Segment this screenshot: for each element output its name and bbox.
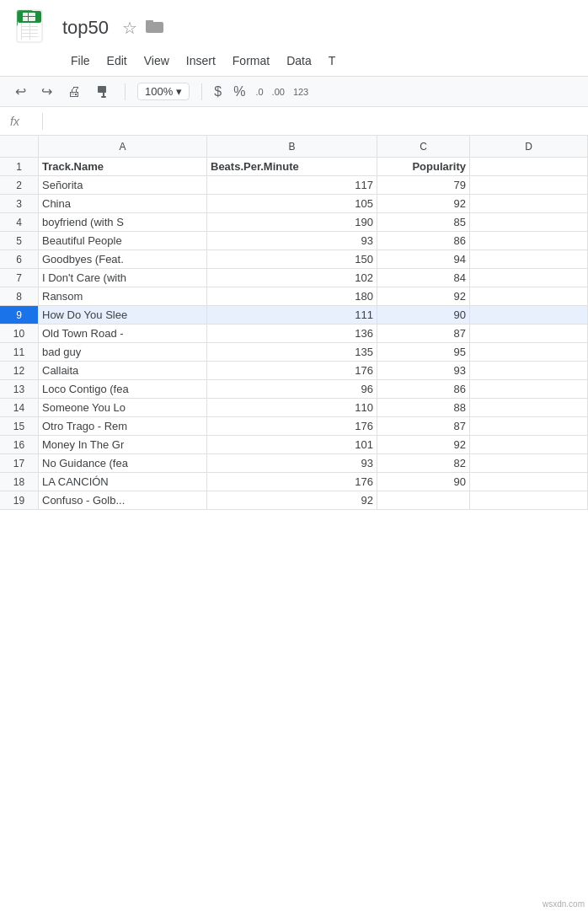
table-row[interactable]: 4 boyfriend (with S 190 85 xyxy=(0,213,588,232)
cell-bpm[interactable]: 176 xyxy=(207,417,377,435)
paint-format-button[interactable] xyxy=(91,81,116,103)
cell-extra[interactable] xyxy=(470,325,588,342)
cell-extra[interactable] xyxy=(470,287,588,305)
cell-popularity[interactable]: Popularity xyxy=(377,158,470,175)
cell-bpm[interactable]: Beats.Per.Minute xyxy=(207,158,377,175)
col-header-d[interactable]: D xyxy=(470,136,588,157)
cell-track-name[interactable]: Otro Trago - Rem xyxy=(39,417,207,435)
cell-track-name[interactable]: China xyxy=(39,195,207,212)
table-row[interactable]: 5 Beautiful People 93 86 xyxy=(0,232,588,250)
cell-popularity[interactable]: 92 xyxy=(377,195,470,212)
table-row[interactable]: 19 Confuso - Golb... 92 xyxy=(0,491,588,510)
cell-extra[interactable] xyxy=(470,232,588,249)
cell-extra[interactable] xyxy=(470,306,588,324)
cell-bpm[interactable]: 102 xyxy=(207,269,377,287)
folder-icon[interactable] xyxy=(146,19,164,38)
table-row[interactable]: 14 Someone You Lo 110 88 xyxy=(0,399,588,417)
cell-bpm[interactable]: 101 xyxy=(207,436,377,453)
cell-track-name[interactable]: Ransom xyxy=(39,287,207,305)
cell-popularity[interactable]: 95 xyxy=(377,343,470,361)
table-row[interactable]: 12 Callaita 176 93 xyxy=(0,362,588,380)
table-row[interactable]: 13 Loco Contigo (fea 96 86 xyxy=(0,380,588,399)
cell-extra[interactable] xyxy=(470,454,588,472)
menu-view[interactable]: View xyxy=(137,51,176,71)
cell-popularity[interactable]: 88 xyxy=(377,399,470,416)
menu-edit[interactable]: Edit xyxy=(100,51,134,71)
cell-bpm[interactable]: 105 xyxy=(207,195,377,212)
cell-extra[interactable] xyxy=(470,380,588,398)
menu-more[interactable]: T xyxy=(322,51,343,71)
cell-bpm[interactable]: 136 xyxy=(207,325,377,342)
cell-extra[interactable] xyxy=(470,491,588,509)
cell-track-name[interactable]: Loco Contigo (fea xyxy=(39,380,207,398)
decimal123-button[interactable]: 123 xyxy=(291,84,310,99)
cell-popularity[interactable]: 82 xyxy=(377,454,470,472)
cell-extra[interactable] xyxy=(470,343,588,361)
cell-extra[interactable] xyxy=(470,176,588,194)
cell-extra[interactable] xyxy=(470,269,588,287)
cell-track-name[interactable]: How Do You Slee xyxy=(39,306,207,324)
cell-bpm[interactable]: 110 xyxy=(207,399,377,416)
cell-popularity[interactable]: 90 xyxy=(377,306,470,324)
decimal00-button[interactable]: .00 xyxy=(270,84,286,99)
cell-bpm[interactable]: 190 xyxy=(207,213,377,231)
cell-popularity[interactable]: 87 xyxy=(377,325,470,342)
table-row[interactable]: 1 Track.Name Beats.Per.Minute Popularity xyxy=(0,158,588,176)
cell-bpm[interactable]: 92 xyxy=(207,491,377,509)
cell-track-name[interactable]: Money In The Gr xyxy=(39,436,207,453)
cell-popularity[interactable]: 86 xyxy=(377,380,470,398)
cell-extra[interactable] xyxy=(470,213,588,231)
cell-popularity[interactable]: 86 xyxy=(377,232,470,249)
cell-popularity[interactable]: 92 xyxy=(377,287,470,305)
cell-bpm[interactable]: 150 xyxy=(207,250,377,268)
cell-bpm[interactable]: 117 xyxy=(207,176,377,194)
table-row[interactable]: 15 Otro Trago - Rem 176 87 xyxy=(0,417,588,436)
cell-popularity[interactable]: 79 xyxy=(377,176,470,194)
cell-extra[interactable] xyxy=(470,195,588,212)
cell-extra[interactable] xyxy=(470,399,588,416)
cell-bpm[interactable]: 176 xyxy=(207,362,377,379)
star-icon[interactable]: ☆ xyxy=(122,18,137,38)
cell-popularity[interactable]: 90 xyxy=(377,473,470,491)
decimal0-button[interactable]: .0 xyxy=(254,84,265,99)
cell-extra[interactable] xyxy=(470,250,588,268)
cell-popularity[interactable] xyxy=(377,491,470,509)
table-row[interactable]: 16 Money In The Gr 101 92 xyxy=(0,436,588,454)
col-header-b[interactable]: B xyxy=(207,136,377,157)
table-row[interactable]: 6 Goodbyes (Feat. 150 94 xyxy=(0,250,588,269)
cell-bpm[interactable]: 93 xyxy=(207,232,377,249)
cell-extra[interactable] xyxy=(470,158,588,175)
table-row[interactable]: 7 I Don't Care (with 102 84 xyxy=(0,269,588,287)
cell-track-name[interactable]: No Guidance (fea xyxy=(39,454,207,472)
formula-input[interactable] xyxy=(50,115,578,128)
undo-button[interactable]: ↩ xyxy=(10,80,31,103)
cell-track-name[interactable]: Goodbyes (Feat. xyxy=(39,250,207,268)
cell-track-name[interactable]: bad guy xyxy=(39,343,207,361)
cell-extra[interactable] xyxy=(470,473,588,491)
cell-track-name[interactable]: I Don't Care (with xyxy=(39,269,207,287)
cell-popularity[interactable]: 93 xyxy=(377,362,470,379)
cell-track-name[interactable]: Confuso - Golb... xyxy=(39,491,207,509)
cell-track-name[interactable]: Old Town Road - xyxy=(39,325,207,342)
print-button[interactable]: 🖨 xyxy=(62,81,86,103)
cell-track-name[interactable]: boyfriend (with S xyxy=(39,213,207,231)
cell-bpm[interactable]: 111 xyxy=(207,306,377,324)
table-row[interactable]: 3 China 105 92 xyxy=(0,195,588,213)
cell-track-name[interactable]: Beautiful People xyxy=(39,232,207,249)
table-row[interactable]: 8 Ransom 180 92 xyxy=(0,287,588,306)
cell-track-name[interactable]: Señorita xyxy=(39,176,207,194)
cell-extra[interactable] xyxy=(470,436,588,453)
cell-extra[interactable] xyxy=(470,417,588,435)
cell-track-name[interactable]: Callaita xyxy=(39,362,207,379)
cell-bpm[interactable]: 96 xyxy=(207,380,377,398)
redo-button[interactable]: ↪ xyxy=(36,80,57,103)
cell-bpm[interactable]: 180 xyxy=(207,287,377,305)
cell-track-name[interactable]: Someone You Lo xyxy=(39,399,207,416)
table-row[interactable]: 18 LA CANCIÓN 176 90 xyxy=(0,473,588,491)
table-row[interactable]: 10 Old Town Road - 136 87 xyxy=(0,325,588,343)
menu-file[interactable]: File xyxy=(64,51,97,71)
dollar-button[interactable]: $ xyxy=(211,81,225,103)
table-row[interactable]: 9 How Do You Slee 111 90 xyxy=(0,306,588,325)
cell-popularity[interactable]: 94 xyxy=(377,250,470,268)
menu-format[interactable]: Format xyxy=(226,51,276,71)
